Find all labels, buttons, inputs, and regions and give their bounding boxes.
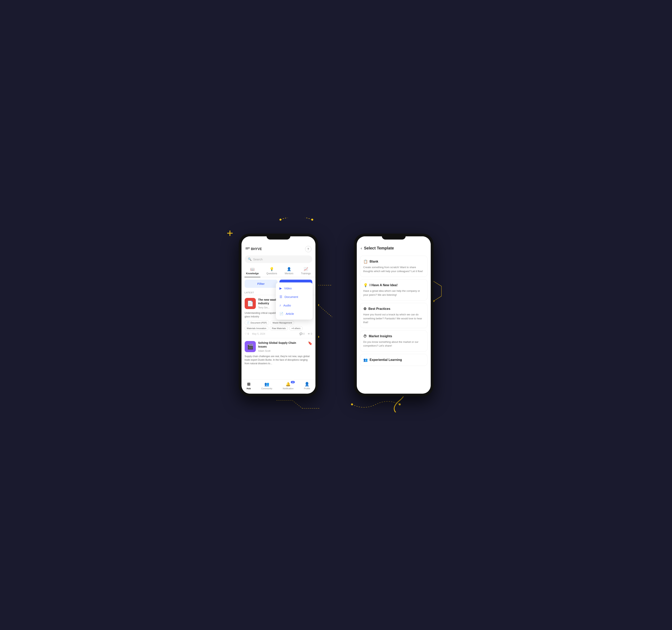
audio-icon: ♪ [280,303,281,307]
notch-left [266,233,290,240]
best-practices-icon: ⚙ [363,307,366,311]
svg-line-3 [318,305,332,317]
logo-label: BHYVE [251,247,262,251]
card-title-2: Solving Global Supply Chain Issues [258,341,306,348]
template-blank-desc: Create something from scratch! Want to s… [363,266,424,273]
nav-profile[interactable]: 👤 Profile [304,382,310,390]
views-count-1: 👁 0 [308,332,312,335]
article-card-2[interactable]: 🎬 Solving Global Supply Chain Issues Ada… [241,338,315,370]
idea-icon: 💡 [363,283,368,287]
notification-icon: 🔔 [286,382,291,386]
community-label: Community [261,387,272,390]
filter-button[interactable]: Filter [245,280,278,288]
notification-badge: 10 [291,381,295,383]
knowledge-tab-icon: 📖 [250,267,255,271]
card-thumb-2: 🎬 [245,341,256,352]
questions-tab-label: Questions [266,272,277,275]
help-button[interactable]: ? [305,246,311,252]
template-new-idea[interactable]: 💡 I Have A New Idea! Have a great idea w… [360,279,428,301]
template-el-title: 👥 Experiential Learning [363,358,424,362]
mentors-tab-label: Mentors [285,272,293,275]
template-best-practices[interactable]: ⚙ Best Practices Have you found out a kn… [360,303,428,328]
search-bar[interactable]: 🔍 Search [245,255,312,263]
nav-hub[interactable]: ⊞ Hub [247,382,251,390]
card-top-2: 🎬 Solving Global Supply Chain Issues Ada… [245,341,312,352]
document-icon: ☰ [280,295,282,299]
article-label: Article [286,312,294,316]
template-idea-title: 💡 I Have A New Idea! [363,283,424,287]
tag-others[interactable]: +4 others [289,326,303,330]
bottom-nav: ⊞ Hub 👥 Community 🔔 10 Notification 👤 [241,380,315,394]
template-blank-title: 📋 Blank [363,259,424,264]
back-button[interactable]: ‹ [361,246,362,250]
template-bp-title: ⚙ Best Practices [363,307,424,311]
help-icon: ? [308,248,309,251]
tag-doc-icon: 📄 [247,321,250,324]
community-icon: 👥 [264,382,269,386]
card-thumb-1: 📄 [245,298,256,309]
comments-count-1: 💬 0 [299,332,305,335]
phone-left-screen: BHYVE ? 🔍 Search 📖 Knowledge [241,236,315,394]
dropdown-audio[interactable]: ♪ Audio [276,301,313,309]
card-info-2: Solving Global Supply Chain Issues Adam … [258,341,306,352]
nav-community[interactable]: 👥 Community [261,382,272,390]
dropdown-article[interactable]: 📄 Article [276,309,313,318]
phone-right-screen: ‹ Select Template 📋 Blank Create somethi… [357,236,431,394]
svg-line-9 [292,400,302,408]
tab-trainings[interactable]: 📈 Trainings [299,266,312,277]
market-icon: ⏱ [363,334,367,338]
phone-right: ‹ Select Template 📋 Blank Create somethi… [354,233,433,397]
document-label: Document [285,295,298,299]
tag-doc-pdf[interactable]: 📄 Document (PDF) [245,320,269,325]
trainings-tab-label: Trainings [301,272,311,275]
search-placeholder: Search [253,258,263,261]
thumb-icon-1: 📄 [247,301,254,307]
hub-icon: ⊞ [247,382,250,386]
logo: BHYVE [245,247,262,251]
hub-label: Hub [247,387,251,390]
tab-knowledge[interactable]: 📖 Knowledge [244,266,260,277]
right-title: Select Template [364,246,394,250]
article-date-1: May 5, 2024 [252,332,265,335]
template-experiential[interactable]: 👥 Experiential Learning [360,354,428,366]
phone-left: BHYVE ? 🔍 Search 📖 Knowledge [239,233,318,397]
tag-materials-innovation[interactable]: Materials Innovation [245,326,268,330]
article-icon: 📄 [280,312,283,316]
dropdown-video[interactable]: ▶ Video [276,284,313,293]
svg-point-1 [311,219,313,221]
card-footer-1: ♡ 0 May 5, 2024 💬 0 👁 0 [245,332,312,335]
video-icon: ▶ [280,286,282,290]
deco-plus-icon: + [227,228,233,239]
template-market-insights[interactable]: ⏱ Market Insights Do you know something … [360,330,428,352]
experiential-icon: 👥 [363,358,368,362]
likes-count-1: ♡ 0 [245,332,249,335]
dropdown-document[interactable]: ☰ Document [276,293,313,301]
svg-point-13 [399,403,401,405]
profile-icon: 👤 [305,382,310,386]
create-dropdown: ▶ Video ☰ Document ♪ Audio 📄 Article [276,282,313,320]
questions-tab-icon: 💡 [269,267,274,271]
template-blank[interactable]: 📋 Blank Create something from scratch! W… [360,256,428,277]
templates-list: 📋 Blank Create something from scratch! W… [357,254,431,394]
tag-waste-mgmt[interactable]: Waste Management [270,320,294,325]
knowledge-tab-label: Knowledge [246,272,259,275]
scene: + [227,218,446,412]
thumb-icon-2: 🎬 [247,344,254,350]
tag-raw-materials[interactable]: Raw Materials [270,326,288,330]
blank-icon: 📋 [363,259,368,264]
card-tags-1: 📄 Document (PDF) Waste Management Materi… [245,320,312,330]
nav-notification[interactable]: 🔔 10 Notification [283,382,293,390]
card-desc-2: Supply chain challenges are real, they'r… [245,355,312,365]
template-idea-desc: Have a great idea which can help the com… [363,289,424,297]
profile-label: Profile [304,387,310,390]
template-mi-desc: Do you know something about the market o… [363,340,424,348]
tab-mentors[interactable]: 👤 Mentors [283,266,295,277]
tag-doc-label: Document (PDF) [250,322,267,324]
template-mi-title: ⏱ Market Insights [363,334,424,338]
video-label: Video [284,286,292,290]
svg-point-0 [280,219,282,221]
bookmark-button-2[interactable]: 🔖 [308,341,312,345]
tab-questions[interactable]: 💡 Questions [265,266,279,277]
logo-icon [245,248,250,250]
svg-point-12 [351,403,353,405]
